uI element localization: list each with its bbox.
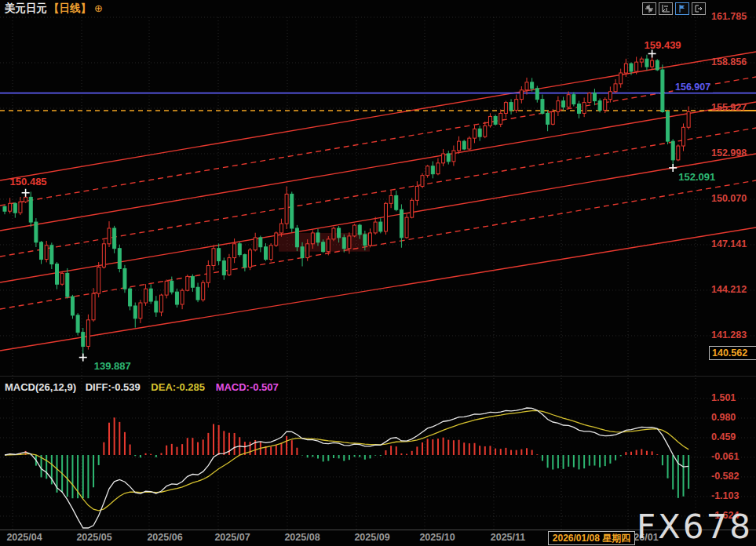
candle[interactable]	[212, 245, 215, 270]
candle[interactable]	[254, 233, 257, 252]
candle[interactable]	[436, 158, 440, 176]
candle[interactable]	[567, 91, 570, 108]
candle[interactable]	[515, 94, 518, 112]
candle[interactable]	[682, 123, 685, 151]
candle[interactable]	[60, 271, 64, 286]
candle[interactable]	[645, 55, 648, 71]
candle[interactable]	[578, 101, 581, 118]
candle[interactable]	[181, 289, 184, 310]
candle[interactable]	[102, 240, 105, 269]
candle[interactable]	[687, 106, 690, 129]
candle[interactable]	[462, 140, 466, 150]
candle[interactable]	[129, 287, 132, 310]
axis-scale-icon[interactable]	[659, 2, 673, 15]
candle[interactable]	[35, 218, 38, 247]
candle[interactable]	[588, 92, 591, 103]
candle[interactable]	[295, 225, 298, 251]
candle[interactable]	[332, 227, 335, 242]
candle[interactable]	[374, 217, 377, 235]
candle[interactable]	[468, 136, 471, 151]
candle[interactable]	[290, 191, 294, 232]
candle[interactable]	[619, 69, 623, 88]
goto-latest-icon[interactable]	[692, 2, 706, 15]
trend-channel-lines[interactable]	[0, 52, 756, 351]
candle[interactable]	[546, 111, 550, 132]
candle[interactable]	[671, 139, 674, 168]
candle[interactable]	[243, 253, 247, 271]
candle[interactable]	[389, 191, 393, 208]
pane-separator[interactable]	[0, 376, 756, 377]
flag-marker-icon[interactable]	[675, 2, 689, 15]
crosshair-move-icon[interactable]	[642, 2, 656, 15]
candle[interactable]	[384, 202, 387, 235]
candle[interactable]	[405, 214, 408, 238]
candle[interactable]	[40, 241, 43, 264]
candle[interactable]	[175, 289, 178, 308]
candle[interactable]	[13, 202, 16, 218]
candle[interactable]	[45, 241, 48, 262]
candle[interactable]	[222, 257, 225, 279]
candle[interactable]	[557, 96, 560, 116]
candle[interactable]	[76, 313, 79, 335]
candle[interactable]	[509, 99, 513, 115]
candle[interactable]	[275, 231, 278, 247]
candle[interactable]	[458, 136, 461, 154]
candle[interactable]	[217, 244, 221, 265]
candle[interactable]	[144, 284, 148, 306]
candle[interactable]	[71, 295, 74, 319]
candle[interactable]	[541, 95, 544, 115]
candle[interactable]	[353, 224, 356, 237]
candle[interactable]	[572, 93, 575, 107]
candle[interactable]	[614, 79, 617, 93]
candle[interactable]	[86, 315, 89, 350]
candle[interactable]	[269, 243, 272, 261]
candle[interactable]	[202, 280, 205, 301]
candle[interactable]	[452, 146, 455, 166]
candle[interactable]	[593, 89, 596, 105]
candle[interactable]	[191, 275, 194, 292]
candle[interactable]	[411, 198, 414, 218]
candle[interactable]	[426, 165, 429, 177]
candle[interactable]	[525, 78, 528, 95]
candle[interactable]	[583, 97, 586, 117]
candlestick-series[interactable]	[3, 53, 690, 357]
candle[interactable]	[155, 296, 158, 317]
candle[interactable]	[667, 110, 670, 144]
candle[interactable]	[170, 277, 173, 295]
candle[interactable]	[238, 242, 241, 257]
candle[interactable]	[160, 294, 163, 317]
candle[interactable]	[598, 99, 601, 113]
drawn-level-price-label[interactable]: 156.907	[673, 82, 713, 93]
candle[interactable]	[228, 254, 231, 276]
candle[interactable]	[421, 173, 424, 188]
candle[interactable]	[196, 282, 199, 302]
candle[interactable]	[29, 191, 32, 227]
candle[interactable]	[661, 64, 664, 112]
candle[interactable]	[499, 109, 502, 127]
add-indicator-icon[interactable]: ⊕	[94, 2, 103, 14]
candle[interactable]	[369, 228, 372, 247]
candle[interactable]	[118, 245, 121, 272]
candle[interactable]	[677, 144, 680, 162]
candle[interactable]	[206, 260, 210, 288]
candle[interactable]	[97, 262, 100, 297]
candle[interactable]	[379, 218, 382, 233]
candle[interactable]	[327, 236, 330, 255]
candle[interactable]	[50, 242, 53, 269]
candle[interactable]	[488, 113, 491, 127]
candle[interactable]	[551, 109, 554, 126]
candle[interactable]	[535, 86, 539, 102]
candle[interactable]	[165, 279, 168, 298]
candle[interactable]	[395, 191, 398, 211]
candle[interactable]	[259, 235, 262, 252]
candle[interactable]	[82, 328, 85, 358]
candle[interactable]	[149, 284, 152, 304]
candle[interactable]	[484, 122, 487, 138]
candle[interactable]	[640, 56, 643, 67]
candle[interactable]	[113, 226, 116, 253]
candle[interactable]	[504, 101, 507, 118]
candle[interactable]	[473, 126, 477, 144]
candle[interactable]	[66, 268, 69, 299]
candle[interactable]	[447, 151, 450, 164]
candle[interactable]	[494, 115, 497, 126]
